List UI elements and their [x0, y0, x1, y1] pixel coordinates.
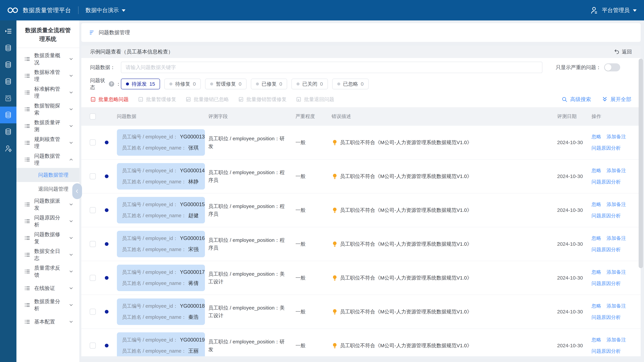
back-button[interactable]: 返回	[614, 48, 632, 55]
row-checkbox[interactable]	[90, 207, 96, 213]
employee-name-label: 员工姓名 / employee_name：	[122, 314, 186, 321]
status-pill-暂缓修复[interactable]: 暂缓修复0	[205, 79, 246, 89]
rail-item-database[interactable]	[0, 123, 16, 140]
row-checkbox[interactable]	[90, 343, 96, 349]
sidebar-item-label: 问题原因分析	[34, 214, 64, 228]
evaluated-field-cell: 员工职位 / employee_position：研发	[208, 135, 296, 150]
rail-item-database[interactable]	[0, 56, 16, 73]
add-note-link[interactable]: 添加备注	[606, 337, 626, 343]
sidebar-item[interactable]: 规则核查管理	[16, 134, 79, 151]
sidebar-item[interactable]: 基本配置	[16, 313, 79, 330]
ignore-link[interactable]: 忽略	[592, 133, 601, 140]
workspace-name: 数据中台演示	[86, 6, 119, 14]
sidebar-item[interactable]: 质量需求反馈	[16, 263, 79, 280]
doc-minus-icon	[90, 96, 96, 102]
row-checkbox[interactable]	[90, 309, 96, 315]
sidebar-item[interactable]: 问题原因分析	[16, 213, 79, 230]
rail-item-database[interactable]	[0, 39, 16, 56]
status-pill-count: 0	[361, 81, 364, 87]
batch-button-4: 批量退回问题	[296, 96, 334, 103]
batch-button-0[interactable]: 批量忽略问题	[90, 96, 129, 103]
sidebar-item[interactable]: 问题数据修复	[16, 230, 79, 246]
add-note-link[interactable]: 添加备注	[606, 133, 626, 140]
add-note-link[interactable]: 添加备注	[606, 303, 626, 309]
search-icon	[562, 96, 568, 102]
add-note-link[interactable]: 添加备注	[606, 167, 626, 174]
employee-id-value: YG000014	[180, 168, 205, 174]
status-pill-已关闭[interactable]: 已关闭0	[292, 79, 328, 89]
rail-item-menu-expand[interactable]	[0, 23, 16, 39]
sidebar-collapse-handle[interactable]	[72, 183, 82, 199]
severe-only-toggle[interactable]	[604, 63, 620, 71]
status-pill-已修复[interactable]: 已修复0	[251, 79, 287, 89]
select-all-checkbox[interactable]	[90, 113, 96, 119]
sidebar-item[interactable]: 问题数据管理	[16, 151, 79, 168]
sidebar-subitem[interactable]: 退回问题管理	[16, 182, 79, 196]
advanced-search-button[interactable]: 高级搜索	[562, 96, 591, 103]
status-row: 问题状态 ? ： 待派发15待修复0暂缓修复0已修复0已关闭0已忽略0	[81, 77, 641, 91]
lightbulb-icon	[332, 309, 338, 315]
chevron-down-icon	[68, 252, 74, 257]
sidebar-item[interactable]: 在线验证	[16, 280, 79, 297]
status-pill-待派发[interactable]: 待派发15	[121, 79, 160, 89]
add-note-link[interactable]: 添加备注	[606, 235, 626, 242]
database-icon	[4, 61, 12, 68]
row-checkbox[interactable]	[90, 139, 96, 145]
ignore-link[interactable]: 忽略	[592, 303, 601, 309]
vertical-scrollbar[interactable]	[639, 59, 643, 268]
cause-analysis-link[interactable]: 问题原因分析	[592, 314, 621, 321]
sidebar-item-label: 基本配置	[34, 318, 64, 325]
rail-item-user-settings[interactable]	[0, 140, 16, 157]
cause-analysis-link[interactable]: 问题原因分析	[592, 145, 621, 151]
ignore-link[interactable]: 忽略	[592, 235, 601, 242]
sidebar-item[interactable]: 数据质量评测	[16, 118, 79, 134]
rail-item-database[interactable]	[0, 73, 16, 90]
ignore-link[interactable]: 忽略	[592, 167, 601, 174]
user-menu[interactable]: 平台管理员	[590, 6, 636, 14]
status-pill-待修复[interactable]: 待修复0	[164, 79, 201, 89]
row-checkbox[interactable]	[90, 241, 96, 247]
sidebar-item[interactable]: 数据安全日志	[16, 246, 79, 263]
rail-item-database[interactable]	[0, 107, 16, 123]
sidebar-item[interactable]: 数据智能探索	[16, 101, 79, 118]
add-note-link[interactable]: 添加备注	[606, 269, 626, 276]
add-note-link[interactable]: 添加备注	[606, 201, 626, 208]
sidebar-item[interactable]: 数据质量分析	[16, 297, 79, 313]
cause-analysis-link[interactable]: 问题原因分析	[592, 280, 621, 287]
sidebar-item[interactable]: 数据标准管理	[16, 67, 79, 84]
sidebar-item[interactable]: 数据质量概况	[16, 51, 79, 67]
workspace-switcher[interactable]: 数据中台演示	[86, 6, 126, 14]
rail-item-data-import[interactable]: DATA	[0, 90, 16, 107]
keyword-input[interactable]	[121, 62, 542, 73]
cause-analysis-link[interactable]: 问题原因分析	[592, 213, 621, 219]
ignore-link[interactable]: 忽略	[592, 201, 601, 208]
evaluated-field-cell: 员工职位 / employee_position：程序员	[208, 202, 296, 218]
status-pill-已忽略[interactable]: 已忽略0	[332, 79, 368, 89]
cause-analysis-link[interactable]: 问题原因分析	[592, 179, 621, 185]
expand-all-button[interactable]: 展开全部	[602, 96, 631, 103]
database-icon	[4, 128, 12, 136]
cause-analysis-link[interactable]: 问题原因分析	[592, 246, 621, 253]
status-dot	[105, 242, 108, 246]
sidebar-item[interactable]: 问题数据派发	[16, 196, 79, 213]
sidebar-item[interactable]: 标准解构管理	[16, 84, 79, 101]
chevron-down-icon	[68, 107, 74, 112]
row-checkbox[interactable]	[90, 173, 96, 179]
cause-analysis-link[interactable]: 问题原因分析	[592, 348, 621, 355]
status-label-block: 问题状态 ? ：	[90, 77, 121, 91]
help-icon[interactable]: ?	[109, 81, 114, 87]
row-checkbox[interactable]	[90, 275, 96, 281]
list-icon	[24, 56, 30, 62]
severity-cell: 一般	[296, 275, 332, 281]
sidebar-subitem[interactable]: 问题数据管理	[16, 168, 79, 182]
status-dot	[126, 82, 129, 85]
lightbulb-icon	[332, 173, 338, 179]
table-row: 员工编号 / employee_id：YG000017 员工姓名 / emplo…	[81, 261, 641, 295]
evaluation-date-cell: 2024-10-30	[557, 207, 592, 213]
ignore-link[interactable]: 忽略	[592, 269, 601, 276]
actions-cell: 忽略添加备注 问题原因分析	[592, 269, 641, 287]
lightbulb-icon	[332, 343, 338, 349]
panel-title: 示例问题查看（员工基本信息检查）	[90, 48, 173, 55]
actions-cell: 忽略添加备注 问题原因分析	[592, 303, 641, 321]
ignore-link[interactable]: 忽略	[592, 337, 601, 343]
